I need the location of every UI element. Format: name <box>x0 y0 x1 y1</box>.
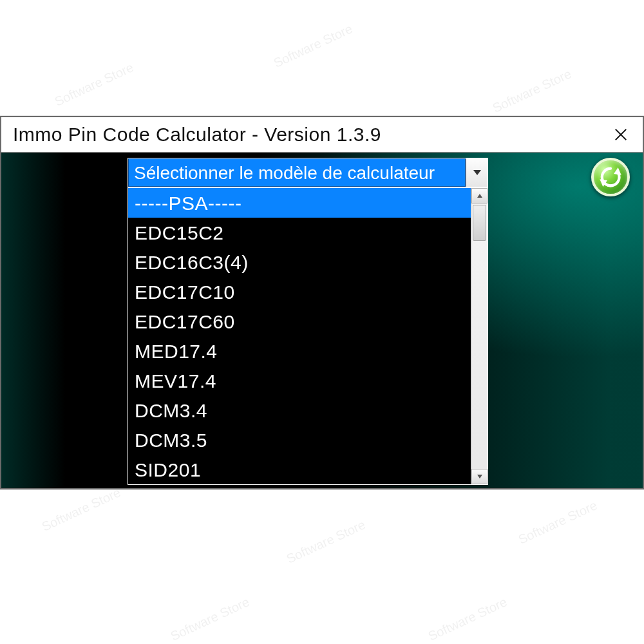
dropdown-item[interactable]: DCM3.4 <box>128 395 471 425</box>
model-combobox[interactable]: Sélectionner le modèle de calculateur <box>128 158 488 187</box>
dropdown-items-container: -----PSA-----EDC15C2EDC16C3(4)EDC17C10ED… <box>128 188 471 484</box>
dropdown-item[interactable]: EDC17C10 <box>128 277 471 307</box>
dropdown-item[interactable]: DCM3.5 <box>128 425 471 455</box>
app-window: Immo Pin Code Calculator - Version 1.3.9… <box>0 116 644 489</box>
refresh-icon <box>598 164 623 190</box>
scrollbar[interactable] <box>471 188 488 484</box>
svg-marker-4 <box>477 475 482 478</box>
close-button[interactable] <box>608 122 634 147</box>
dropdown-list[interactable]: -----PSA-----EDC15C2EDC16C3(4)EDC17C10ED… <box>128 187 488 485</box>
combobox-text: Sélectionner le modèle de calculateur <box>128 158 466 187</box>
scroll-thumb[interactable] <box>473 205 486 241</box>
combobox-head[interactable]: Sélectionner le modèle de calculateur <box>128 158 488 187</box>
chevron-down-icon <box>477 474 483 479</box>
combobox-dropdown-button[interactable] <box>466 158 488 187</box>
refresh-button[interactable] <box>591 158 630 196</box>
scroll-down-button[interactable] <box>471 469 488 484</box>
scroll-up-button[interactable] <box>471 188 488 204</box>
titlebar: Immo Pin Code Calculator - Version 1.3.9 <box>1 117 643 153</box>
svg-marker-3 <box>477 194 482 198</box>
window-title: Immo Pin Code Calculator - Version 1.3.9 <box>13 124 381 146</box>
dropdown-item[interactable]: MED17.4 <box>128 336 471 366</box>
dropdown-item[interactable]: EDC15C2 <box>128 218 471 247</box>
close-icon <box>614 128 628 142</box>
chevron-down-icon <box>473 169 482 176</box>
dropdown-item[interactable]: -----PSA----- <box>128 188 471 218</box>
dropdown-item[interactable]: MEV17.4 <box>128 366 471 395</box>
dropdown-item[interactable]: EDC17C60 <box>128 307 471 336</box>
dropdown-item[interactable]: EDC16C3(4) <box>128 247 471 277</box>
svg-marker-5 <box>614 167 621 175</box>
client-area: Sélectionner le modèle de calculateur --… <box>1 153 643 488</box>
svg-marker-2 <box>473 170 481 175</box>
chevron-up-icon <box>477 193 483 198</box>
dropdown-item[interactable]: SID201 <box>128 455 471 484</box>
